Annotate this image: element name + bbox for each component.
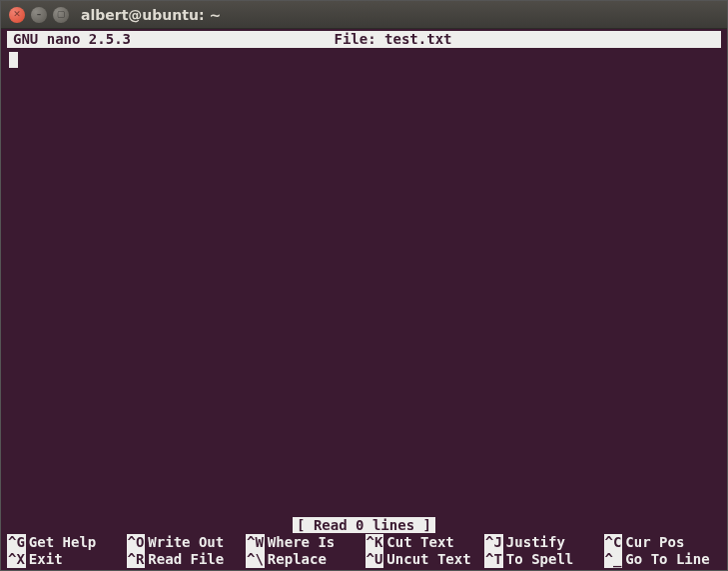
keycap: ^R: [127, 551, 146, 568]
shortcut-bar: ^G Get Help ^O Write Out ^W Where Is ^K …: [5, 534, 723, 568]
keycap: ^O: [127, 534, 146, 551]
shortcut-write-out: ^O Write Out: [127, 534, 247, 551]
keycap: ^K: [365, 534, 384, 551]
shortcut-label: To Spell: [503, 551, 573, 568]
shortcut-read-file: ^R Read File: [127, 551, 247, 568]
status-line: [ Read 0 lines ]: [5, 517, 723, 534]
window-titlebar: ✕ – ▢ albert@ubuntu: ~: [1, 1, 727, 29]
shortcut-row-1: ^G Get Help ^O Write Out ^W Where Is ^K …: [5, 534, 723, 551]
keycap: ^G: [7, 534, 26, 551]
shortcut-label: Go To Line: [622, 551, 709, 568]
terminal-area[interactable]: GNU nano 2.5.3 File: test.txt [ Read 0 l…: [1, 29, 727, 570]
nano-file-label: File: test.txt: [71, 31, 715, 48]
shortcut-replace: ^\ Replace: [246, 551, 365, 568]
keycap: ^J: [484, 534, 503, 551]
keycap: ^X: [7, 551, 26, 568]
keycap: ^C: [604, 534, 623, 551]
shortcut-label: Where Is: [265, 534, 335, 551]
keycap: ^_: [604, 551, 623, 568]
shortcut-to-spell: ^T To Spell: [484, 551, 604, 568]
shortcut-label: Cur Pos: [622, 534, 684, 551]
keycap: ^U: [365, 551, 384, 568]
shortcut-go-to-line: ^_ Go To Line: [604, 551, 724, 568]
shortcut-row-2: ^X Exit ^R Read File ^\ Replace ^U Uncut…: [5, 551, 723, 568]
shortcut-where-is: ^W Where Is: [246, 534, 365, 551]
keycap: ^W: [246, 534, 265, 551]
shortcut-get-help: ^G Get Help: [7, 534, 127, 551]
shortcut-label: Write Out: [145, 534, 224, 551]
shortcut-label: Justify: [503, 534, 565, 551]
window-title: albert@ubuntu: ~: [81, 7, 221, 23]
shortcut-label: Replace: [265, 551, 327, 568]
shortcut-justify: ^J Justify: [484, 534, 604, 551]
keycap: ^\: [246, 551, 265, 568]
shortcut-label: Read File: [145, 551, 224, 568]
shortcut-label: Uncut Text: [383, 551, 470, 568]
shortcut-label: Cut Text: [383, 534, 453, 551]
shortcut-cur-pos: ^C Cur Pos: [604, 534, 724, 551]
editor-buffer[interactable]: [5, 48, 723, 517]
shortcut-label: Get Help: [26, 534, 96, 551]
maximize-icon[interactable]: ▢: [53, 7, 69, 23]
shortcut-uncut-text: ^U Uncut Text: [365, 551, 485, 568]
keycap: ^T: [484, 551, 503, 568]
shortcut-cut-text: ^K Cut Text: [365, 534, 485, 551]
minimize-icon[interactable]: –: [31, 7, 47, 23]
text-cursor: [9, 52, 18, 68]
shortcut-label: Exit: [26, 551, 63, 568]
status-message: [ Read 0 lines ]: [293, 517, 435, 533]
close-icon[interactable]: ✕: [9, 7, 25, 23]
nano-header: GNU nano 2.5.3 File: test.txt: [7, 31, 721, 48]
shortcut-exit: ^X Exit: [7, 551, 127, 568]
